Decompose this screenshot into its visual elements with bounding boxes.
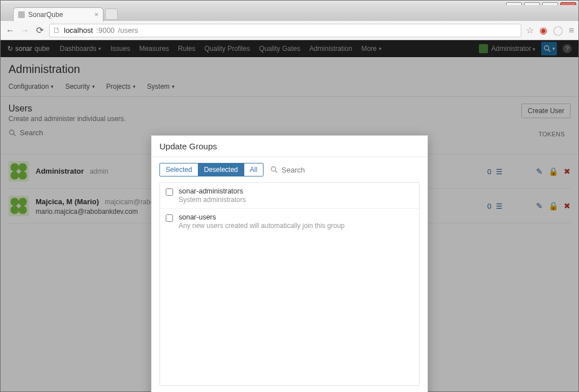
group-checkbox[interactable] [166,188,173,196]
address-bar[interactable]: 🗋 localhost:9000/users [49,24,521,37]
browser-tab-strip: SonarQube × [1,5,578,21]
modal-search-input[interactable] [282,166,349,174]
url-path: /users [118,26,138,35]
favicon-icon [18,11,25,18]
bookmark-icon[interactable]: ☆ [526,25,534,36]
url-host: localhost [64,26,93,35]
update-groups-modal: Update Groups Selected Deselected All so… [151,135,428,392]
forward-button[interactable]: → [20,25,30,36]
close-tab-icon[interactable]: × [94,11,98,19]
back-button[interactable]: ← [5,25,15,36]
browser-toolbar: ← → ⟳ 🗋 localhost:9000/users ☆ ◉ ◯ ≡ [1,21,578,40]
tab-selected[interactable]: Selected [160,163,198,176]
group-description: Any new users created will automatically… [179,222,344,230]
tab-all[interactable]: All [244,163,263,176]
site-info-icon[interactable]: 🗋 [53,26,61,35]
browser-tab-title: SonarQube [28,11,63,19]
list-item: sonar-users Any new users created will a… [160,209,419,234]
group-description: System administrators [179,196,246,204]
svg-line-5 [275,171,278,173]
list-item: sonar-administrators System administrato… [160,183,419,209]
reload-button[interactable]: ⟳ [34,25,45,36]
search-icon [270,166,278,174]
tab-deselected[interactable]: Deselected [198,163,244,176]
url-port: :9000 [96,26,115,35]
new-tab-button[interactable] [105,8,118,20]
groups-list: sonar-administrators System administrato… [159,182,420,386]
extension-icon[interactable]: ◉ [539,25,547,36]
filter-segmented-control: Selected Deselected All [159,163,263,176]
group-checkbox[interactable] [166,214,173,222]
group-name: sonar-users [179,213,344,221]
group-name: sonar-administrators [179,187,246,195]
profile-icon[interactable]: ◯ [553,25,563,36]
browser-tab[interactable]: SonarQube × [13,7,103,21]
svg-point-4 [271,167,276,171]
menu-icon[interactable]: ≡ [569,25,574,36]
modal-title: Update Groups [152,136,427,157]
